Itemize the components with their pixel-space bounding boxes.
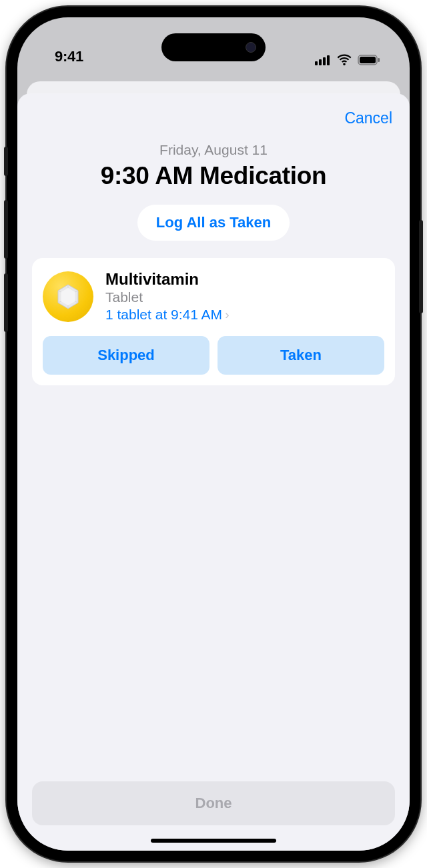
medication-dose-button[interactable]: 1 tablet at 9:41 AM › bbox=[105, 307, 229, 323]
phone-device-frame: 9:41 Cancel Friday, August 11 9:30 AM Me… bbox=[7, 7, 420, 861]
svg-rect-2 bbox=[323, 57, 326, 65]
sheet-header: Cancel bbox=[17, 93, 410, 127]
device-silence-switch bbox=[4, 147, 8, 176]
svg-rect-0 bbox=[315, 61, 318, 65]
done-button[interactable]: Done bbox=[32, 781, 395, 825]
cancel-button[interactable]: Cancel bbox=[344, 109, 392, 127]
device-volume-up bbox=[4, 200, 8, 259]
device-side-button bbox=[419, 220, 423, 313]
title-area: Friday, August 11 9:30 AM Medication bbox=[17, 127, 410, 190]
medication-card: Multivitamin Tablet 1 tablet at 9:41 AM … bbox=[32, 258, 395, 385]
dynamic-island bbox=[161, 33, 266, 61]
wifi-icon bbox=[336, 54, 352, 65]
medication-name: Multivitamin bbox=[105, 270, 384, 289]
battery-icon bbox=[358, 55, 380, 65]
skipped-button[interactable]: Skipped bbox=[43, 336, 209, 375]
taken-button[interactable]: Taken bbox=[218, 336, 384, 375]
device-volume-down bbox=[4, 273, 8, 332]
svg-rect-1 bbox=[319, 59, 322, 65]
medication-log-sheet: Cancel Friday, August 11 9:30 AM Medicat… bbox=[17, 93, 410, 851]
medication-row: Multivitamin Tablet 1 tablet at 9:41 AM … bbox=[43, 270, 384, 323]
medication-icon bbox=[43, 271, 93, 322]
svg-rect-5 bbox=[360, 57, 376, 63]
chevron-right-icon: › bbox=[225, 307, 229, 322]
tablet-hexagon-icon bbox=[54, 283, 82, 311]
svg-rect-6 bbox=[378, 58, 380, 62]
page-title: 9:30 AM Medication bbox=[37, 162, 390, 190]
log-all-as-taken-button[interactable]: Log All as Taken bbox=[137, 205, 290, 241]
medication-action-buttons: Skipped Taken bbox=[43, 336, 384, 375]
cellular-icon bbox=[315, 55, 331, 65]
status-icons bbox=[315, 54, 380, 65]
home-indicator[interactable] bbox=[151, 839, 276, 843]
medication-info: Multivitamin Tablet 1 tablet at 9:41 AM … bbox=[105, 270, 384, 323]
status-time: 9:41 bbox=[55, 48, 83, 65]
front-camera-icon bbox=[246, 42, 256, 53]
medication-dose-label: 1 tablet at 9:41 AM bbox=[105, 307, 222, 323]
date-label: Friday, August 11 bbox=[37, 142, 390, 158]
screen: 9:41 Cancel Friday, August 11 9:30 AM Me… bbox=[17, 17, 410, 851]
medication-form: Tablet bbox=[105, 289, 384, 305]
svg-rect-3 bbox=[327, 55, 330, 65]
